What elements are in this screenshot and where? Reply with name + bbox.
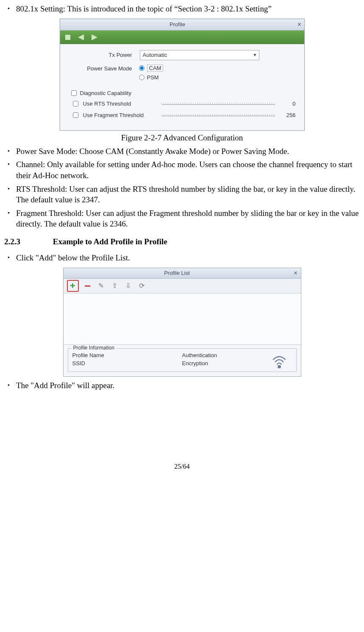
rts-value: 0 (279, 101, 296, 107)
bullet-item: Channel: Only available for setting unde… (4, 159, 360, 181)
export-icon: ⇩ (125, 282, 131, 290)
frag-value: 256 (279, 112, 296, 118)
pencil-icon: ✎ (98, 282, 104, 290)
bullet-item: Click "Add" below the Profile List. (4, 252, 360, 263)
frag-slider[interactable] (161, 114, 275, 116)
bullet-item: Fragment Threshold: User can adjust the … (4, 208, 360, 229)
radio-psm-label: PSM (147, 74, 159, 81)
power-save-mode-label: Power Save Mode (69, 64, 140, 72)
radio-cam[interactable]: CAM (139, 64, 164, 72)
radio-cam-input[interactable] (139, 65, 144, 71)
refresh-button[interactable]: ⟳ (137, 281, 147, 291)
add-button[interactable]: + (67, 280, 79, 292)
dialog-toolbar (60, 31, 304, 44)
section-title: Example to Add Profile in Profile (53, 237, 167, 246)
radio-psm[interactable]: PSM (139, 74, 164, 81)
fieldset-legend: Profile Information (72, 345, 116, 351)
profile-list-dialog: Profile List × + − ✎ ⇪ ⇩ ⟳ Profile Infor… (63, 268, 301, 377)
radio-cam-label: CAM (147, 64, 164, 72)
page-number: 25/64 (4, 463, 360, 470)
rts-label: Use RTS Threshold (83, 101, 131, 107)
rts-checkbox[interactable] (73, 101, 78, 106)
bullet-item: 802.1x Setting: This is introduced in th… (4, 3, 360, 14)
diag-label: Diagnostic Capability (80, 90, 131, 96)
bullet-list-bot2: The "Add Profile" will appear. (4, 380, 360, 391)
stop-icon[interactable] (65, 35, 70, 40)
dialog-titlebar: Profile × (60, 19, 304, 31)
frag-label: Use Fragment Threshold (83, 112, 144, 118)
import-button[interactable]: ⇪ (110, 281, 119, 291)
radio-psm-input[interactable] (139, 75, 144, 80)
forward-arrow-icon[interactable] (92, 34, 97, 40)
rts-checkbox-row[interactable]: Use RTS Threshold (71, 100, 158, 108)
profile-list-area[interactable] (64, 294, 301, 345)
bullet-item: RTS Threshold: User can adjust the RTS t… (4, 184, 360, 205)
section-heading: 2.2.3 Example to Add Profile in Profile (4, 237, 360, 246)
bullet-list-mid: Power Save Mode: Choose CAM (Constantly … (4, 146, 360, 229)
diag-checkbox-row[interactable]: Diagnostic Capability (71, 90, 296, 96)
frag-checkbox[interactable] (73, 112, 78, 118)
refresh-icon: ⟳ (139, 282, 144, 290)
figure-caption-1: Figure 2-2-7 Advanced Configuration (4, 133, 360, 143)
import-icon: ⇪ (112, 282, 117, 290)
diag-checkbox[interactable] (71, 90, 77, 96)
tx-power-combo[interactable]: Automatic ▼ (140, 50, 259, 60)
bullet-list-top: 802.1x Setting: This is introduced in th… (4, 3, 360, 14)
bullet-item: The "Add Profile" will appear. (4, 380, 360, 391)
remove-button[interactable]: − (83, 281, 92, 291)
dialog-titlebar: Profile List × (64, 268, 301, 279)
profile-name-label: Profile Name (72, 351, 182, 359)
dialog-body: Tx Power Automatic ▼ Power Save Mode CAM… (60, 44, 304, 130)
dialog-title: Profile (60, 21, 295, 28)
chevron-down-icon: ▼ (253, 53, 257, 57)
bullet-list-bot1: Click "Add" below the Profile List. (4, 252, 360, 263)
minus-icon: − (84, 283, 91, 288)
profile-dialog: Profile × Tx Power Automatic ▼ Power Sav… (60, 19, 305, 131)
plus-icon: + (70, 282, 75, 290)
wifi-icon (270, 351, 289, 370)
dialog-title: Profile List (64, 270, 291, 276)
svg-rect-0 (278, 365, 281, 368)
frag-checkbox-row[interactable]: Use Fragment Threshold (71, 111, 158, 119)
tx-power-label: Tx Power (69, 52, 140, 58)
dialog-toolbar: + − ✎ ⇪ ⇩ ⟳ (64, 279, 301, 294)
section-number: 2.2.3 (4, 237, 51, 246)
edit-button[interactable]: ✎ (97, 281, 106, 291)
bullet-item: Power Save Mode: Choose CAM (Constantly … (4, 146, 360, 157)
export-button[interactable]: ⇩ (124, 281, 133, 291)
combo-value: Automatic (143, 52, 167, 58)
rts-slider[interactable] (161, 103, 275, 105)
close-icon[interactable]: × (295, 21, 304, 28)
profile-info-fieldset: Profile Information Profile Name Authent… (68, 348, 297, 372)
close-icon[interactable]: × (291, 269, 301, 277)
back-arrow-icon[interactable] (78, 34, 84, 40)
ssid-label: SSID (72, 359, 182, 367)
